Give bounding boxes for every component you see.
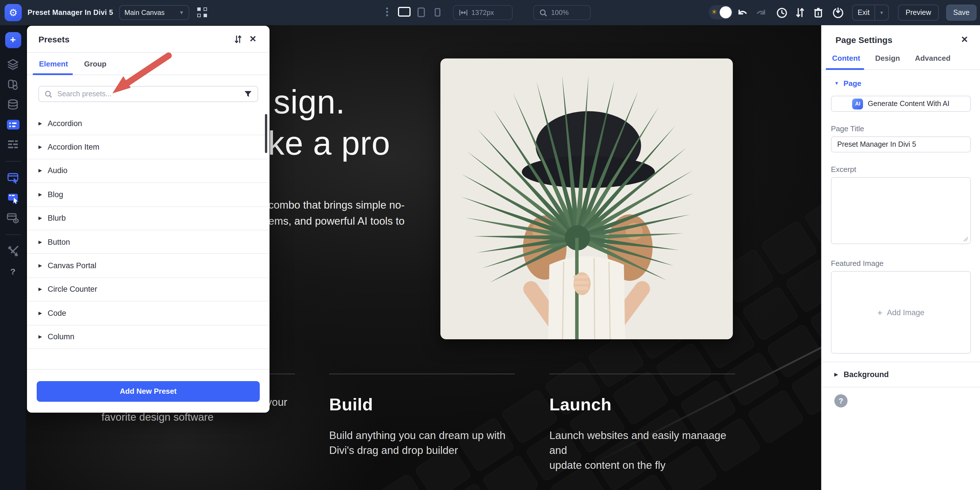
page-title-value: Preset Manager In Divi 5 xyxy=(837,140,916,148)
sidebar-item-presets[interactable] xyxy=(5,116,21,132)
list-item[interactable]: ▶Accordion xyxy=(27,112,269,136)
scrollbar-thumb[interactable] xyxy=(265,114,267,153)
list-item-label: Blurb xyxy=(48,214,66,223)
sidebar-item-tools[interactable] xyxy=(5,243,21,259)
chevron-right-icon: ▶ xyxy=(38,334,42,339)
canvas-width-input[interactable]: 1372px xyxy=(453,5,513,20)
page-title-input[interactable]: Preset Manager In Divi 5 xyxy=(831,136,971,152)
exit-button[interactable]: Exit ▼ xyxy=(852,5,889,21)
chevron-right-icon: ▶ xyxy=(38,121,42,126)
chevron-right-icon: ▶ xyxy=(38,144,42,149)
search-presets-input[interactable] xyxy=(56,89,240,98)
close-presets-button[interactable]: ✕ xyxy=(245,32,260,46)
sort-order-button[interactable] xyxy=(794,6,806,19)
chevron-right-icon: ▶ xyxy=(38,287,42,292)
chevron-down-icon: ▼ xyxy=(179,10,184,16)
layout-grid-button[interactable] xyxy=(197,8,208,18)
list-item[interactable]: ▶Blurb xyxy=(27,206,269,230)
list-item[interactable]: ▶Button xyxy=(27,230,269,254)
active-tab-indicator xyxy=(33,73,73,75)
save-button[interactable]: Save xyxy=(946,5,977,21)
chevron-right-icon: ▶ xyxy=(38,168,42,173)
chevron-right-icon: ▶ xyxy=(834,372,838,377)
page-title-label: Page Title xyxy=(831,124,971,133)
list-item[interactable]: ▶Circle Counter xyxy=(27,278,269,301)
sidebar-divider xyxy=(5,161,21,162)
chevron-down-icon: ▼ xyxy=(834,81,839,86)
add-image-dropzone[interactable]: + Add Image xyxy=(831,271,971,354)
help-button[interactable]: ? xyxy=(834,394,848,408)
add-image-label: Add Image xyxy=(887,308,924,317)
hero-paragraph-line2: ems, and powerful AI tools to xyxy=(268,215,404,228)
exit-dropdown-button[interactable]: ▼ xyxy=(875,5,888,20)
canvas-selector-value: Main Canvas xyxy=(124,9,165,17)
sidebar-item-dynamic-content[interactable] xyxy=(5,210,21,226)
sidebar-item-add[interactable]: + xyxy=(5,32,21,48)
presets-tabs: Element Group xyxy=(27,53,269,75)
generate-ai-button[interactable]: AI Generate Content With AI xyxy=(831,96,971,112)
close-settings-button[interactable]: ✕ xyxy=(957,32,972,47)
preview-button[interactable]: Preview xyxy=(898,5,939,21)
tab-content[interactable]: Content xyxy=(832,54,860,69)
column-description: Launch websites and easily manaage and u… xyxy=(549,428,735,473)
sidebar-item-templates[interactable] xyxy=(5,76,21,92)
theme-toggle[interactable]: ☀ xyxy=(709,5,733,19)
filter-icon[interactable] xyxy=(244,90,252,97)
add-new-preset-button[interactable]: Add New Preset xyxy=(37,381,260,401)
tab-element[interactable]: Element xyxy=(39,59,68,68)
ai-icon: AI xyxy=(853,98,863,109)
sidebar-item-database[interactable] xyxy=(5,96,21,112)
sort-presets-button[interactable] xyxy=(231,32,245,46)
sidebar-item-insert-element[interactable] xyxy=(5,170,21,186)
divi-logo-button[interactable]: ⚙ xyxy=(5,4,22,21)
zoom-level-input[interactable]: 100% xyxy=(533,5,591,20)
redo-button[interactable] xyxy=(755,6,767,19)
list-item[interactable]: ▶Audio xyxy=(27,159,269,183)
tablet-view-icon[interactable] xyxy=(417,8,425,17)
background-section-toggle[interactable]: ▶ Background xyxy=(822,362,980,387)
plus-icon: + xyxy=(877,308,883,317)
list-item[interactable]: ▶Canvas Portal xyxy=(27,254,269,278)
tab-design[interactable]: Design xyxy=(875,54,900,69)
chevron-right-icon: ▶ xyxy=(38,216,42,221)
chevron-right-icon: ▶ xyxy=(38,192,42,197)
canvas-selector-dropdown[interactable]: Main Canvas ▼ xyxy=(119,5,189,20)
hero-heading-line1: sign. xyxy=(274,82,345,121)
toggle-knob xyxy=(720,6,732,18)
hero-heading-line2: ke a pro xyxy=(268,124,390,162)
more-options-button[interactable]: ••• xyxy=(385,7,389,17)
column-heading: Launch xyxy=(549,395,735,414)
sidebar-item-layers[interactable] xyxy=(5,56,21,72)
tab-advanced[interactable]: Advanced xyxy=(915,54,950,69)
search-icon xyxy=(45,90,52,98)
exit-label: Exit xyxy=(858,9,870,17)
divi-builder: sign. ke a pro combo that brings simple … xyxy=(0,0,980,490)
divider xyxy=(822,387,980,387)
page-section-label: Page xyxy=(843,79,861,88)
page-settings-panel: Page Settings ✕ Content Design Advanced … xyxy=(821,25,980,490)
column-divider xyxy=(549,374,735,374)
search-presets-box xyxy=(38,86,258,102)
portability-button[interactable] xyxy=(832,6,844,19)
phone-view-icon[interactable] xyxy=(435,8,441,17)
list-item[interactable]: ▶Code xyxy=(27,301,269,325)
tab-group[interactable]: Group xyxy=(84,59,107,68)
sidebar-item-help[interactable]: ? xyxy=(5,263,21,279)
list-item[interactable]: ▶Accordion Item xyxy=(27,136,269,159)
sidebar-item-insert-element-active[interactable] xyxy=(5,190,21,206)
list-item-label: Accordion xyxy=(48,119,82,127)
list-item[interactable]: ▶Column xyxy=(27,325,269,349)
sidebar-item-rows[interactable] xyxy=(5,136,21,152)
column-divider xyxy=(329,374,515,374)
page-section-toggle[interactable]: ▼ Page xyxy=(822,79,980,88)
save-label: Save xyxy=(953,9,970,17)
list-item[interactable]: ▶Blog xyxy=(27,183,269,206)
preview-label: Preview xyxy=(906,9,931,17)
undo-button[interactable] xyxy=(736,6,749,19)
desktop-view-icon[interactable] xyxy=(398,7,410,17)
list-item-label: Circle Counter xyxy=(48,285,97,294)
excerpt-textarea[interactable] xyxy=(831,177,971,244)
trash-button[interactable] xyxy=(812,6,825,19)
history-button[interactable] xyxy=(775,6,788,19)
width-arrows-icon xyxy=(459,10,467,16)
